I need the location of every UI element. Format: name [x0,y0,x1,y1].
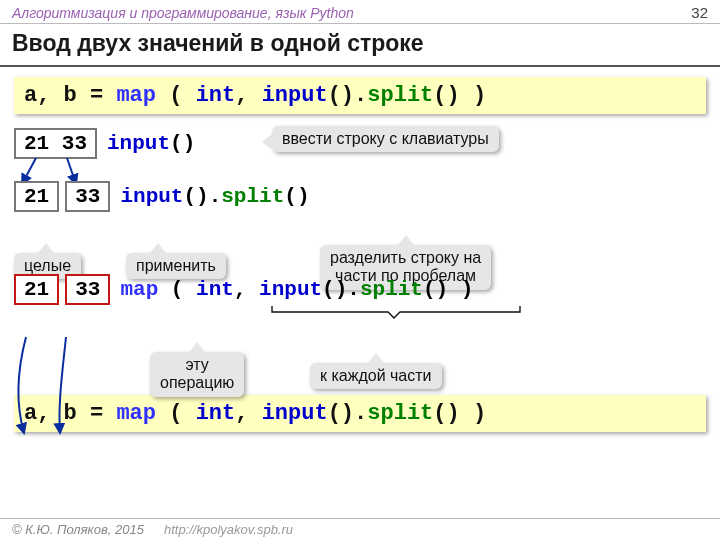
code-lhs2: a, b = [24,401,103,426]
footer-url: http://kpolyakov.spb.ru [164,522,293,537]
code-step3: map ( int, input().split() ) [120,278,473,301]
page-number: 32 [691,4,708,21]
callout-each: к каждой части [310,363,442,389]
code-lhs: a, b = [24,83,103,108]
code-bar-bottom: a, b = map ( int, input().split() ) [14,395,706,432]
brace-svg [270,304,710,324]
split-box-2: 33 [65,181,110,212]
course-name: Алгоритмизация и программирование, язык … [12,5,354,21]
callout-keyboard: ввести строку с клавиатуры [272,126,499,152]
split-box-1: 21 [14,181,59,212]
step-row-1: 21 33 input() ввести строку с клавиатуры [14,128,706,159]
callout-operation: эту операцию [150,352,244,397]
kw-int: int [196,83,236,108]
copyright: © К.Ю. Поляков, 2015 [12,522,144,537]
code-step2: input().split() [120,185,309,208]
kw-map: map [116,83,156,108]
code-bar-top: a, b = map ( int, input().split() ) [14,77,706,114]
kw-split: split [367,83,433,108]
footer: © К.Ю. Поляков, 2015 http://kpolyakov.sp… [0,518,720,540]
input-raw-box: 21 33 [14,128,97,159]
header: Алгоритмизация и программирование, язык … [0,0,720,24]
content: a, b = map ( int, input().split() ) 21 3… [0,67,720,432]
kw-input: input [262,83,328,108]
int-box-1: 21 [14,274,59,305]
step-row-3: 21 33 map ( int, input().split() ) [14,274,706,305]
step-row-2: 21 33 input().split() [14,181,706,212]
slide-title: Ввод двух значений в одной строке [0,24,720,67]
code-step1: input() [107,132,195,155]
int-box-2: 33 [65,274,110,305]
